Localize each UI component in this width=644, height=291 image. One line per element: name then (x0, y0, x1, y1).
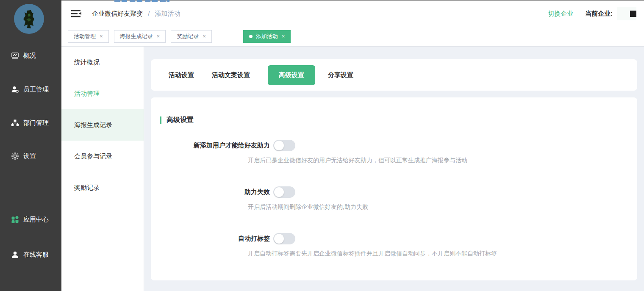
settings-gear-icon (11, 152, 19, 160)
clipped-selection-artifact (114, 0, 169, 2)
collapse-menu-icon[interactable] (71, 9, 82, 18)
company-logo-icon (630, 11, 636, 17)
toggle-assist-invalid-off[interactable] (273, 186, 295, 198)
breadcrumb-separator: / (148, 10, 150, 17)
close-icon[interactable]: × (100, 33, 103, 39)
department-icon (11, 119, 19, 127)
subnav-member-participation[interactable]: 会员参与记录 (61, 141, 144, 172)
tag-reward-records[interactable]: 奖励记录 × (171, 30, 212, 43)
section-accent-bar (160, 116, 161, 124)
close-icon[interactable]: × (282, 33, 285, 39)
app-window: 概况 员工管理 部门管理 设置 应用中心 (0, 0, 644, 291)
online-support-icon (11, 251, 19, 259)
setting-label: 助力失效 (151, 188, 270, 196)
tab-share-settings[interactable]: 分享设置 (328, 71, 353, 79)
setting-hint: 开启自动打标签需要先开启企业微信标签插件并且开启微信自动同步，不开启则不能自动打… (248, 250, 617, 258)
toggle-knob (274, 187, 284, 197)
avatar-figure (21, 10, 38, 29)
section-title: 高级设置 (167, 116, 194, 125)
sidebar-item-department[interactable]: 部门管理 (0, 116, 61, 129)
tag-poster-records[interactable]: 海报生成记录 × (114, 30, 166, 43)
sidebar-item-label: 部门管理 (23, 119, 49, 127)
sidebar-item-overview[interactable]: 概况 (0, 49, 61, 62)
toggle-knob (274, 234, 284, 244)
subnav-label: 统计概况 (74, 58, 100, 67)
setting-label: 自动打标签 (151, 235, 270, 243)
tag-label: 添加活动 (256, 33, 278, 40)
subnav-activity-management[interactable]: 活动管理 (61, 78, 144, 109)
open-tabs-bar: 活动管理 × 海报生成记录 × 奖励记录 × 添加活动 × (61, 26, 644, 47)
subnav-label: 奖励记录 (74, 184, 100, 192)
avatar (14, 4, 44, 34)
secondary-sidebar: 统计概况 活动管理 海报生成记录 会员参与记录 奖励记录 (61, 47, 144, 291)
staff-icon (11, 86, 19, 94)
subnav-poster-records[interactable]: 海报生成记录 (61, 109, 144, 141)
toggle-knob (274, 141, 284, 150)
section-header: 高级设置 (160, 116, 194, 125)
primary-sidebar: 概况 员工管理 部门管理 设置 应用中心 (0, 0, 61, 291)
main-content: 活动设置 活动文案设置 高级设置 分享设置 高级设置 新添加用户才能给好友助力 … (144, 47, 644, 291)
subnav-statistics-overview[interactable]: 统计概况 (61, 47, 144, 78)
sidebar-item-label: 应用中心 (23, 216, 49, 224)
tab-copywriting-settings[interactable]: 活动文案设置 (212, 71, 250, 79)
advanced-settings-panel: 高级设置 新添加用户才能给好友助力 开启后已是企业微信好友的用户无法给好友助力，… (151, 97, 637, 280)
tag-label: 活动管理 (74, 33, 96, 40)
sidebar-item-settings[interactable]: 设置 (0, 150, 61, 162)
tag-label: 海报生成记录 (120, 33, 153, 40)
close-icon[interactable]: × (203, 33, 206, 39)
sidebar-item-label: 概况 (23, 52, 36, 60)
toggle-auto-tag-off[interactable] (273, 233, 295, 244)
active-dot-icon (249, 35, 253, 38)
overview-chart-icon (11, 52, 19, 60)
header-right: 切换企业 当前企业: (548, 7, 636, 20)
close-icon[interactable]: × (157, 33, 160, 39)
setting-label: 新添加用户才能给好友助力 (151, 141, 270, 150)
tag-add-activity-active[interactable]: 添加活动 × (243, 30, 291, 43)
subnav-reward-records[interactable]: 奖励记录 (61, 172, 144, 203)
sidebar-item-label: 员工管理 (23, 86, 49, 94)
tab-advanced-settings-active[interactable]: 高级设置 (268, 65, 315, 85)
breadcrumb-root[interactable]: 企业微信好友聚变 (92, 10, 143, 17)
subnav-label: 会员参与记录 (74, 152, 112, 161)
sidebar-item-staff[interactable]: 员工管理 (0, 83, 61, 96)
sidebar-item-online-support[interactable]: 在线客服 (0, 248, 61, 261)
header: 企业微信好友聚变 / 添加活动 切换企业 当前企业: (61, 0, 644, 26)
subnav-label: 海报生成记录 (74, 121, 112, 129)
setting-row-new-user-assist: 新添加用户才能给好友助力 开启后已是企业微信好友的用户无法给好友助力，但可以正常… (151, 140, 617, 164)
company-logo-placeholder (617, 7, 636, 20)
tag-activity-management[interactable]: 活动管理 × (68, 30, 109, 43)
setting-row-auto-tag: 自动打标签 开启自动打标签需要先开启企业微信标签插件并且开启微信自动同步，不开启… (151, 233, 617, 258)
breadcrumb: 企业微信好友聚变 / 添加活动 (92, 10, 180, 18)
app-center-icon (11, 216, 19, 224)
setting-hint: 开启后活动期间删除企业微信好友的,助力失败 (248, 203, 617, 211)
settings-tabs-card: 活动设置 活动文案设置 高级设置 分享设置 (151, 59, 637, 91)
toggle-new-user-assist-off[interactable] (273, 140, 295, 151)
current-company-label: 当前企业: (585, 10, 613, 18)
tag-label: 奖励记录 (177, 33, 199, 40)
subnav-label: 活动管理 (74, 90, 100, 98)
setting-hint: 开启后已是企业微信好友的用户无法给好友助力，但可以正常生成推广海报参与活动 (248, 157, 617, 164)
setting-row-assist-invalid: 助力失效 开启后活动期间删除企业微信好友的,助力失败 (151, 186, 617, 211)
sidebar-item-label: 在线客服 (23, 251, 49, 259)
breadcrumb-current: 添加活动 (155, 10, 180, 17)
tab-activity-settings[interactable]: 活动设置 (169, 71, 194, 79)
sidebar-item-label: 设置 (23, 152, 36, 160)
switch-company-link[interactable]: 切换企业 (548, 10, 573, 18)
sidebar-item-app-center[interactable]: 应用中心 (0, 213, 61, 226)
